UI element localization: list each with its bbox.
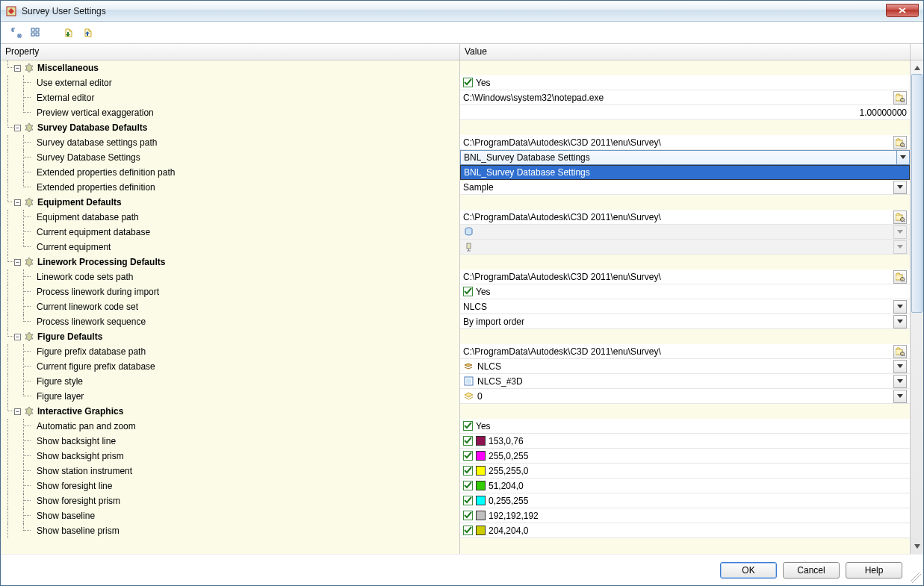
val-db-settings-path[interactable]: C:\ProgramData\Autodesk\C3D 2011\enu\Sur… (460, 135, 910, 150)
val-fig-prefix-path[interactable]: C:\ProgramData\Autodesk\C3D 2011\enu\Sur… (460, 344, 910, 359)
val-use-external-editor[interactable]: Yes (460, 75, 910, 90)
checkbox-checked-icon[interactable] (463, 481, 473, 490)
val-bs-prism[interactable]: 255,0,255 (460, 449, 910, 464)
settings-import-icon[interactable] (62, 26, 75, 40)
prop-use-external-editor[interactable]: Use external editor (1, 75, 459, 90)
prop-db-settings[interactable]: Survey Database Settings (1, 150, 459, 165)
dropdown-button[interactable] (893, 181, 907, 194)
dropdown-button[interactable] (893, 360, 907, 373)
val-cur-prefix-db[interactable]: NLCS (460, 359, 910, 374)
dropdown-option[interactable]: BNL_Survey Database Settings (461, 166, 909, 179)
column-header-value[interactable]: Value (460, 44, 910, 60)
group-equipment-defaults[interactable]: −Equipment Defaults (1, 195, 459, 210)
prop-fs-prism[interactable]: Show foresight prism (1, 493, 459, 508)
prop-process-import[interactable]: Process linework during import (1, 284, 459, 299)
expander-icon[interactable]: − (14, 65, 21, 72)
close-button[interactable] (886, 4, 919, 17)
group-linework-defaults[interactable]: −Linework Processing Defaults (1, 255, 459, 269)
val-cur-eq-db[interactable] (460, 225, 910, 240)
val-cur-code-set[interactable]: NLCS (460, 299, 910, 314)
checkbox-checked-icon[interactable] (463, 466, 473, 476)
prop-auto-pan[interactable]: Automatic pan and zoom (1, 419, 459, 434)
prop-db-settings-path[interactable]: Survey database settings path (1, 135, 459, 150)
group-interactive-graphics[interactable]: −Interactive Graphics (1, 404, 459, 419)
scroll-thumb[interactable] (911, 74, 923, 313)
browse-button[interactable] (893, 270, 907, 284)
prop-st-instr[interactable]: Show station instrument (1, 464, 459, 479)
prop-ext-prop-path[interactable]: Extended properties definition path (1, 165, 459, 180)
val-figure-style[interactable]: NLCS_#3D (460, 374, 910, 389)
dropdown-button[interactable] (893, 390, 907, 403)
val-linework-path[interactable]: C:\ProgramData\Autodesk\C3D 2011\enu\Sur… (460, 269, 910, 284)
dropdown-button[interactable] (893, 315, 907, 328)
checkbox-checked-icon[interactable] (463, 526, 473, 535)
prop-linework-path[interactable]: Linework code sets path (1, 269, 459, 284)
dropdown-button[interactable] (896, 150, 910, 165)
vertical-scrollbar[interactable] (910, 60, 923, 554)
prop-figure-layer[interactable]: Figure layer (1, 389, 459, 404)
val-fs-line[interactable]: 51,204,0 (460, 479, 910, 493)
prop-cur-code-set[interactable]: Current linework code set (1, 299, 459, 314)
val-eq-db-path[interactable]: C:\ProgramData\Autodesk\C3D 2011\enu\Sur… (460, 210, 910, 225)
ok-button[interactable]: OK (720, 562, 777, 579)
val-ext-prop-def[interactable]: Sample (460, 180, 910, 195)
group-miscellaneous[interactable]: −Miscellaneous (1, 60, 459, 75)
val-figure-layer[interactable]: 0 (460, 389, 910, 404)
prop-bl-prism[interactable]: Show baseline prism (1, 523, 459, 538)
tree-expand-icon[interactable] (10, 26, 23, 40)
checkbox-checked-icon[interactable] (463, 421, 473, 431)
dropdown-list[interactable]: BNL_Survey Database Settings (460, 165, 910, 180)
browse-button[interactable] (893, 136, 907, 149)
val-auto-pan[interactable]: Yes (460, 419, 910, 434)
val-external-editor[interactable]: C:\Windows\system32\notepad.exe (460, 90, 910, 105)
group-figure-defaults[interactable]: −Figure Defaults (1, 329, 459, 344)
val-bs-line[interactable]: 153,0,76 (460, 434, 910, 449)
prop-fig-prefix-path[interactable]: Figure prefix database path (1, 344, 459, 359)
val-fs-prism[interactable]: 0,255,255 (460, 493, 910, 508)
settings-export-icon[interactable] (81, 26, 95, 40)
prop-cur-eq[interactable]: Current equipment (1, 240, 459, 255)
prop-baseline[interactable]: Show baseline (1, 508, 459, 523)
cancel-button[interactable]: Cancel (783, 562, 840, 579)
survey-db-settings-dropdown[interactable]: BNL_Survey Database Settings BNL_Survey … (460, 150, 910, 165)
column-header-property[interactable]: Property (1, 44, 460, 60)
val-linework-seq[interactable]: By import order (460, 314, 910, 329)
prop-eq-db-path[interactable]: Equipment database path (1, 210, 459, 225)
checkbox-checked-icon[interactable] (463, 436, 473, 446)
val-baseline[interactable]: 192,192,192 (460, 508, 910, 523)
browse-button[interactable] (893, 345, 907, 358)
dropdown-button[interactable] (893, 375, 907, 388)
checkbox-checked-icon[interactable] (463, 496, 473, 505)
prop-bs-line[interactable]: Show backsight line (1, 434, 459, 449)
resize-grip-icon[interactable] (911, 573, 921, 583)
prop-external-editor[interactable]: External editor (1, 90, 459, 105)
scroll-up-icon[interactable] (911, 62, 923, 74)
group-survey-db-defaults[interactable]: −Survey Database Defaults (1, 120, 459, 135)
scroll-down-icon[interactable] (911, 540, 923, 552)
browse-button[interactable] (893, 91, 907, 105)
checkbox-checked-icon[interactable] (463, 78, 473, 87)
expander-icon[interactable]: − (14, 259, 21, 266)
prop-fs-line[interactable]: Show foresight line (1, 479, 459, 493)
val-preview-exaggeration[interactable]: 1.00000000 (460, 105, 910, 120)
val-process-import[interactable]: Yes (460, 284, 910, 299)
browse-button[interactable] (893, 211, 907, 224)
expander-icon[interactable]: − (14, 334, 21, 340)
prop-linework-seq[interactable]: Process linework sequence (1, 314, 459, 329)
prop-figure-style[interactable]: Figure style (1, 374, 459, 389)
expander-icon[interactable]: − (14, 408, 21, 415)
prop-preview-exaggeration[interactable]: Preview vertical exaggeration (1, 105, 459, 120)
val-st-instr[interactable]: 255,255,0 (460, 464, 910, 479)
prop-cur-eq-db[interactable]: Current equipment database (1, 225, 459, 240)
prop-cur-prefix-db[interactable]: Current figure prefix database (1, 359, 459, 374)
prop-bs-prism[interactable]: Show backsight prism (1, 449, 459, 464)
dropdown-button[interactable] (893, 300, 907, 314)
expander-icon[interactable]: − (14, 125, 21, 131)
checkbox-checked-icon[interactable] (463, 451, 473, 461)
checkbox-checked-icon[interactable] (463, 287, 473, 296)
val-bl-prism[interactable]: 204,204,0 (460, 523, 910, 538)
tree-collapse-icon[interactable] (29, 26, 43, 40)
val-cur-eq[interactable] (460, 240, 910, 255)
help-button[interactable]: Help (846, 562, 902, 579)
expander-icon[interactable]: − (14, 199, 21, 206)
